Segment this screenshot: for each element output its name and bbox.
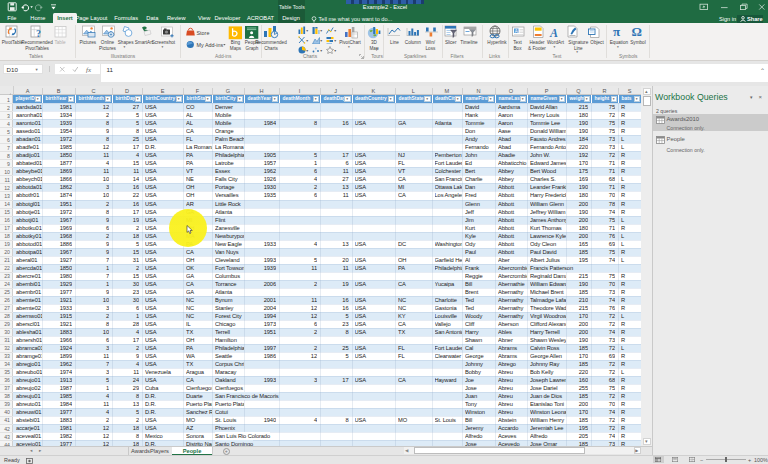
svg-text:Store: Store <box>197 30 210 36</box>
svg-text:?: ? <box>36 28 41 39</box>
svg-text:A: A <box>549 26 558 40</box>
svg-text:fx: fx <box>86 66 92 73</box>
svg-text:A: A <box>515 29 518 34</box>
